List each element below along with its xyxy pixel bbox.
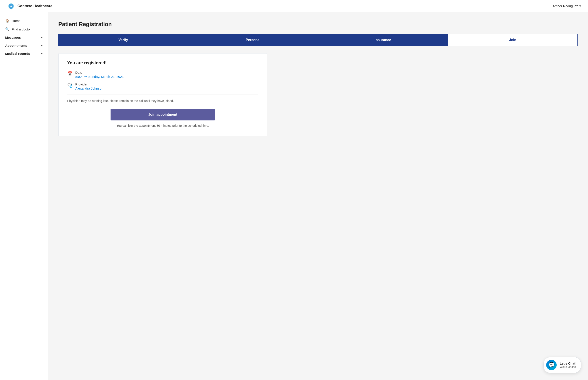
chat-icon: 💬	[546, 360, 557, 370]
brand-name: Contoso Healthcare	[17, 4, 52, 8]
appointments-chevron-icon: ▾	[41, 44, 42, 47]
registration-card: You are registered! 📅 Date 8:00 PM Sunda…	[58, 53, 267, 136]
chat-title: Let's Chat!	[560, 361, 576, 365]
join-appointment-button[interactable]: Join appointment	[111, 109, 215, 120]
home-icon: 🏠	[5, 19, 10, 23]
page-title: Patient Registration	[58, 21, 578, 28]
medical-records-chevron-icon: ▾	[41, 52, 42, 55]
user-menu[interactable]: Amber Rodriguez ▾	[552, 4, 581, 8]
brand-logo	[7, 2, 15, 10]
step-tabs: Verify Personal Insurance Join	[58, 34, 578, 46]
tab-join[interactable]: Join	[448, 34, 578, 46]
layout: 🏠 Home 🔍 Find a doctor Messages ▾ Appoin…	[0, 12, 588, 380]
provider-row: 🩺 Provider Alexandra Johnson	[67, 82, 258, 90]
user-menu-chevron: ▾	[579, 4, 581, 8]
chat-widget[interactable]: 💬 Let's Chat! We're Online	[543, 357, 581, 373]
sidebar: 🏠 Home 🔍 Find a doctor Messages ▾ Appoin…	[0, 12, 48, 380]
main-content: Patient Registration Verify Personal Ins…	[48, 12, 588, 380]
calendar-icon: 📅	[67, 71, 73, 76]
sidebar-medical-records-label: Medical records	[5, 52, 30, 56]
tab-insurance[interactable]: Insurance	[318, 34, 448, 46]
sidebar-item-home-label: Home	[12, 19, 20, 23]
divider	[67, 95, 258, 95]
stethoscope-icon: 🩺	[67, 83, 73, 88]
join-notice: You can join the appointment 30 minutes …	[67, 124, 258, 127]
sidebar-item-find-doctor[interactable]: 🔍 Find a doctor	[0, 25, 48, 34]
provider-value: Alexandra Johnson	[75, 87, 103, 90]
sidebar-item-messages[interactable]: Messages ▾	[0, 34, 48, 41]
user-name: Amber Rodriguez	[552, 4, 578, 8]
late-notice: Physician may be running late, please re…	[67, 99, 258, 103]
tab-personal[interactable]: Personal	[188, 34, 318, 46]
tab-verify[interactable]: Verify	[58, 34, 188, 46]
date-value: 8:00 PM Sunday, March 21, 2021	[75, 75, 124, 78]
sidebar-messages-label: Messages	[5, 36, 21, 39]
sidebar-item-home[interactable]: 🏠 Home	[0, 17, 48, 25]
find-doctor-icon: 🔍	[5, 27, 10, 31]
sidebar-item-find-doctor-label: Find a doctor	[12, 27, 31, 31]
registered-heading: You are registered!	[67, 60, 258, 65]
provider-label: Provider	[75, 82, 103, 86]
sidebar-appointments-label: Appointments	[5, 44, 27, 47]
sidebar-item-appointments[interactable]: Appointments ▾	[0, 41, 48, 50]
sidebar-item-medical-records[interactable]: Medical records ▾	[0, 50, 48, 57]
date-label: Date	[75, 71, 124, 74]
chat-status: We're Online	[560, 365, 576, 368]
top-navigation: Contoso Healthcare Amber Rodriguez ▾	[0, 0, 588, 12]
messages-chevron-icon: ▾	[41, 36, 42, 39]
chat-text: Let's Chat! We're Online	[560, 361, 576, 368]
date-row: 📅 Date 8:00 PM Sunday, March 21, 2021	[67, 71, 258, 78]
brand: Contoso Healthcare	[7, 2, 52, 10]
